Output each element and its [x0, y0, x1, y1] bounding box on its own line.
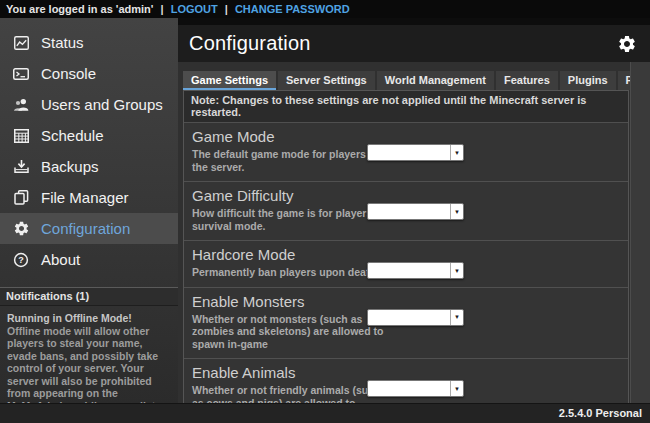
setting-row: Game Mode The default game mode for play…	[184, 123, 628, 181]
game-difficulty-select[interactable]: ▼	[367, 203, 464, 220]
sidebar-item-console[interactable]: Console	[0, 58, 178, 89]
change-password-link[interactable]: CHANGE PASSWORD	[235, 3, 350, 15]
configuration-content: Game Settings Server Settings World Mana…	[178, 62, 650, 403]
tab-label: Server Settings	[286, 74, 367, 86]
separator: |	[161, 3, 164, 15]
sidebar-nav: Status Console Users and Groups Schedule…	[0, 18, 178, 275]
sidebar-item-file-manager[interactable]: File Manager	[0, 182, 178, 213]
sidebar: Status Console Users and Groups Schedule…	[0, 18, 178, 403]
tab-game-settings[interactable]: Game Settings	[183, 71, 276, 90]
setting-description: How difficult the game is for players in…	[192, 207, 390, 232]
hardcore-mode-select[interactable]: ▼	[367, 262, 464, 279]
top-bar: You are logged in as 'admin' | LOGOUT | …	[0, 0, 650, 18]
sidebar-item-label: Users and Groups	[41, 96, 163, 113]
tab-label: Game Settings	[191, 74, 268, 86]
tab-server-settings[interactable]: Server Settings	[278, 71, 375, 90]
tab-features[interactable]: Features	[496, 71, 558, 90]
sidebar-item-schedule[interactable]: Schedule	[0, 120, 178, 151]
sidebar-item-label: Status	[41, 34, 84, 51]
select-value	[368, 381, 450, 396]
users-icon	[12, 96, 30, 114]
tab-world-management[interactable]: World Management	[377, 71, 494, 90]
setting-name: Game Difficulty	[192, 187, 620, 204]
tab-label: Plugins	[568, 74, 608, 86]
scrollbar-track[interactable]	[630, 62, 650, 403]
game-mode-select[interactable]: ▼	[367, 144, 464, 161]
chevron-down-icon: ▼	[450, 204, 463, 219]
setting-name: Hardcore Mode	[192, 246, 620, 263]
sidebar-item-label: Backups	[41, 158, 99, 175]
setting-description: The default game mode for players on the…	[192, 148, 390, 173]
separator: |	[225, 3, 228, 15]
select-value	[368, 310, 450, 325]
configuration-icon	[12, 220, 30, 238]
select-value	[368, 204, 450, 219]
setting-row: Enable Monsters Whether or not monsters …	[184, 287, 628, 359]
schedule-icon	[12, 127, 30, 145]
setting-name: Enable Animals	[192, 364, 620, 381]
svg-text:?: ?	[18, 255, 24, 265]
setting-row: Game Difficulty How difficult the game i…	[184, 181, 628, 240]
tab-bar: Game Settings Server Settings World Mana…	[183, 71, 650, 90]
tab-plugins[interactable]: Plugins	[560, 71, 616, 90]
footer-bar: 2.5.4.0 Personal	[0, 403, 650, 423]
sidebar-item-configuration[interactable]: Configuration	[0, 213, 178, 244]
console-icon	[12, 65, 30, 83]
chevron-down-icon: ▼	[450, 145, 463, 160]
logged-in-text: You are logged in as 'admin'	[6, 3, 153, 15]
notifications-header: Notifications (1)	[0, 287, 178, 306]
tab-label: World Management	[385, 74, 486, 86]
restart-note: Note: Changes to these settings are not …	[184, 91, 628, 123]
sidebar-item-label: About	[41, 251, 80, 268]
page-title: Configuration	[189, 32, 311, 55]
sidebar-item-status[interactable]: Status	[0, 27, 178, 58]
setting-row: Enable Animals Whether or not friendly a…	[184, 358, 628, 403]
version-text: 2.5.4.0 Personal	[559, 407, 642, 419]
chevron-down-icon: ▼	[450, 310, 463, 325]
sidebar-item-about[interactable]: ? About	[0, 244, 178, 275]
setting-name: Game Mode	[192, 128, 620, 145]
setting-description: Whether or not friendly animals (such as…	[192, 384, 390, 403]
about-icon: ?	[12, 251, 30, 269]
logout-link[interactable]: LOGOUT	[171, 3, 218, 15]
sidebar-item-label: File Manager	[41, 189, 129, 206]
setting-description: Permanently ban players upon death.	[192, 266, 390, 279]
file-manager-icon	[12, 189, 30, 207]
status-icon	[12, 34, 30, 52]
setting-description: Whether or not monsters (such as zombies…	[192, 313, 390, 351]
sidebar-item-label: Schedule	[41, 127, 104, 144]
setting-row: Hardcore Mode Permanently ban players up…	[184, 240, 628, 287]
chevron-down-icon: ▼	[450, 263, 463, 278]
sidebar-item-users-and-groups[interactable]: Users and Groups	[0, 89, 178, 120]
gear-icon[interactable]	[617, 34, 637, 54]
select-value	[368, 145, 450, 160]
sidebar-item-label: Configuration	[41, 220, 130, 237]
main-panel: Configuration Game Settings Server Setti…	[178, 18, 650, 403]
sidebar-item-label: Console	[41, 65, 96, 82]
select-value	[368, 263, 450, 278]
notification-title: Running in Offline Mode!	[7, 312, 171, 325]
sidebar-item-backups[interactable]: Backups	[0, 151, 178, 182]
page-header: Configuration	[178, 25, 650, 62]
enable-monsters-select[interactable]: ▼	[367, 309, 464, 326]
settings-list: Game Mode The default game mode for play…	[184, 123, 628, 403]
backups-icon	[12, 158, 30, 176]
tab-label: Features	[504, 74, 550, 86]
setting-name: Enable Monsters	[192, 293, 620, 310]
enable-animals-select[interactable]: ▼	[367, 380, 464, 397]
chevron-down-icon: ▼	[450, 381, 463, 396]
settings-panel: Note: Changes to these settings are not …	[183, 90, 629, 403]
